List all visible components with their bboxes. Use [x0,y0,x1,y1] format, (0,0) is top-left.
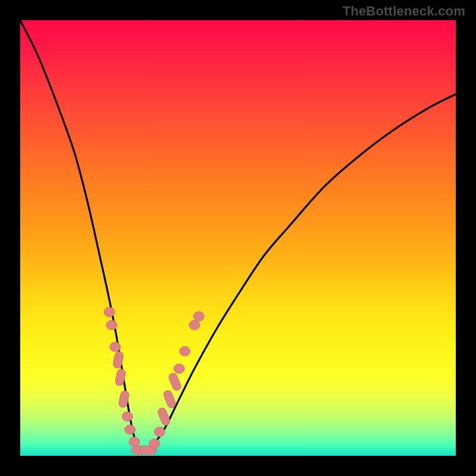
plot-area [20,20,456,456]
chart-frame: TheBottleneck.com [0,0,476,476]
curve-marker [189,320,200,330]
curve-marker [107,320,117,330]
curve-marker [168,372,182,392]
curve-marker [174,364,184,374]
curve-marker [154,427,165,437]
curve-marker [156,407,171,427]
curve-marker [104,307,115,317]
curve-marker [122,412,133,421]
curve-marker [149,439,159,449]
curve-marker [180,346,190,356]
curve-marker [129,437,140,447]
curve-marker [162,389,177,409]
curve-layer [20,20,456,456]
curve-marker [110,342,121,352]
curve-marker [124,425,135,434]
watermark-text: TheBottleneck.com [343,4,465,19]
bottleneck-curve [20,20,456,452]
curve-marker [193,312,204,321]
